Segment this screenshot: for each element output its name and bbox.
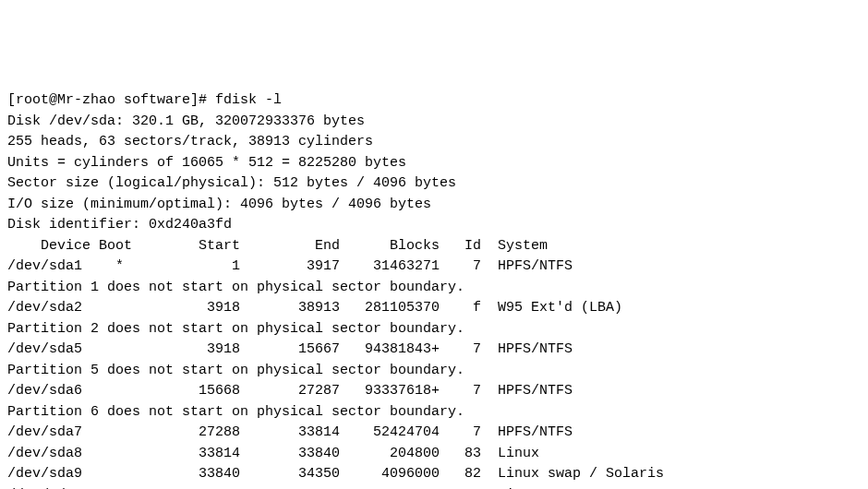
partition-row: /dev/sda9 33840 34350 4096000 82 Linux s… (7, 464, 861, 485)
partition-warning: Partition 1 does not start on physical s… (7, 278, 861, 299)
shell-prompt[interactable]: [root@Mr-zhao software]# fdisk -l (7, 90, 861, 112)
disk-units: Units = cylinders of 16065 * 512 = 82252… (7, 153, 861, 174)
partition-row: /dev/sda10 34350 38913 36656128 83 Linux (7, 485, 861, 490)
partition-table-header: Device Boot Start End Blocks Id System (7, 236, 861, 257)
partition-row: /dev/sda5 3918 15667 94381843+ 7 HPFS/NT… (7, 340, 861, 361)
partition-row: /dev/sda7 27288 33814 52424704 7 HPFS/NT… (7, 423, 861, 444)
disk-geometry: 255 heads, 63 sectors/track, 38913 cylin… (7, 132, 861, 153)
partition-row: /dev/sda6 15668 27287 93337618+ 7 HPFS/N… (7, 381, 861, 402)
terminal-output: [root@Mr-zhao software]# fdisk -lDisk /d… (7, 90, 861, 489)
disk-summary: Disk /dev/sda: 320.1 GB, 320072933376 by… (7, 112, 861, 133)
partition-warning: Partition 6 does not start on physical s… (7, 402, 861, 423)
partition-warning: Partition 2 does not start on physical s… (7, 319, 861, 340)
partition-row: /dev/sda1 * 1 3917 31463271 7 HPFS/NTFS (7, 256, 861, 278)
partition-row: /dev/sda2 3918 38913 281105370 f W95 Ext… (7, 298, 861, 319)
partition-row: /dev/sda8 33814 33840 204800 83 Linux (7, 444, 861, 465)
disk-io-size: I/O size (minimum/optimal): 4096 bytes /… (7, 195, 861, 216)
disk-sector-size: Sector size (logical/physical): 512 byte… (7, 173, 861, 195)
disk-identifier: Disk identifier: 0xd240a3fd (7, 215, 861, 236)
partition-warning: Partition 5 does not start on physical s… (7, 361, 861, 382)
